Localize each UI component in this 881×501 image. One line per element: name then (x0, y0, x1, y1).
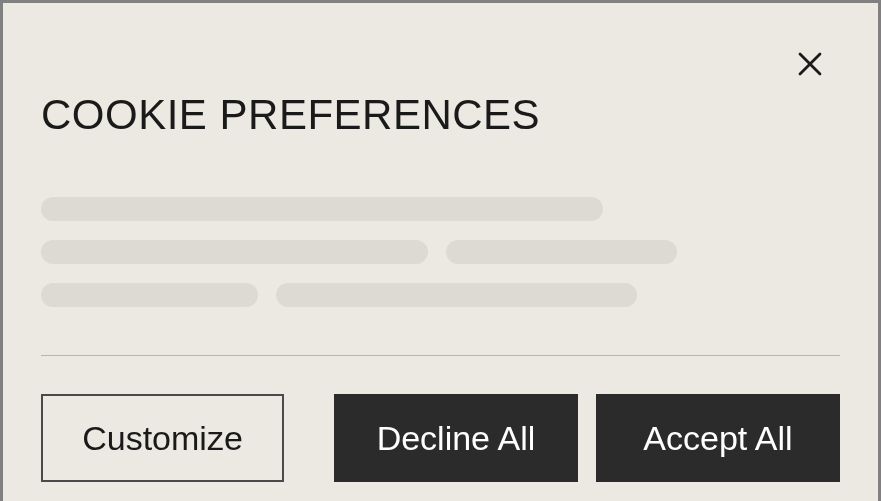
skeleton-line (41, 240, 428, 264)
accept-all-button[interactable]: Accept All (596, 394, 840, 482)
content-placeholder (41, 197, 840, 307)
skeleton-line (41, 197, 603, 221)
button-row: Customize Decline All Accept All (41, 394, 840, 482)
skeleton-line (276, 283, 637, 307)
divider (41, 355, 840, 356)
close-button[interactable] (790, 45, 830, 85)
skeleton-line (446, 240, 677, 264)
close-icon (795, 49, 825, 82)
customize-button[interactable]: Customize (41, 394, 284, 482)
decline-all-button[interactable]: Decline All (334, 394, 578, 482)
cookie-preferences-modal: COOKIE PREFERENCES Customize Decline All… (3, 3, 878, 501)
skeleton-line (41, 283, 258, 307)
modal-title: COOKIE PREFERENCES (41, 91, 840, 139)
